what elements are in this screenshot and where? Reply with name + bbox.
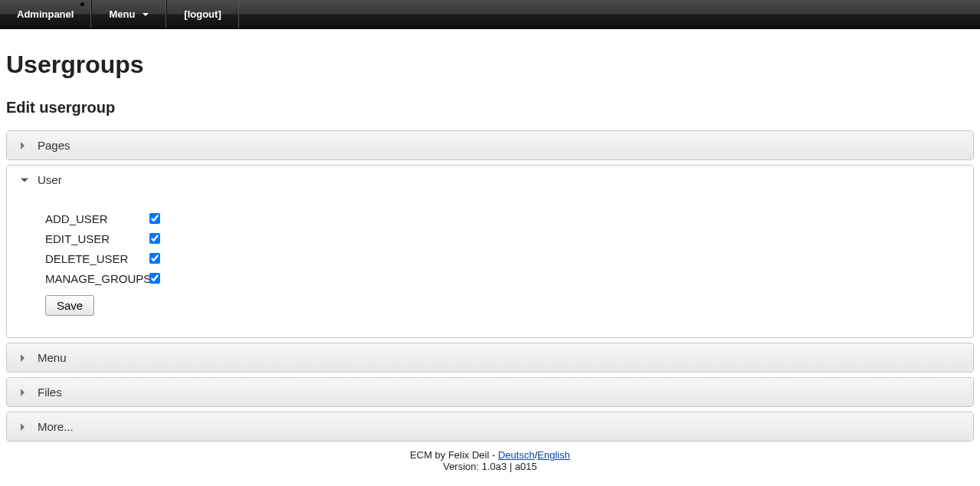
accordion-section-user: User ADD_USEREDIT_USERDELETE_USERMANAGE_…	[6, 165, 974, 338]
nav-adminpanel[interactable]: Adminpanel	[0, 0, 91, 28]
accordion-header-more[interactable]: More...	[7, 412, 973, 441]
footer-lang-de[interactable]: Deutsch	[498, 449, 535, 461]
nav-menu-label: Menu	[109, 8, 135, 20]
permission-checkbox[interactable]	[149, 273, 160, 284]
dot-indicator-icon	[80, 2, 84, 6]
nav-adminpanel-label: Adminpanel	[17, 8, 74, 20]
nav-logout[interactable]: [logout]	[166, 0, 238, 28]
accordion-section-files: Files	[6, 377, 974, 407]
nav-logout-label: [logout]	[184, 8, 221, 20]
accordion-label-pages: Pages	[38, 139, 70, 152]
footer-version: Version: 1.0a3 | a015	[6, 461, 974, 472]
permission-checkbox[interactable]	[149, 213, 160, 224]
nav-menu[interactable]: Menu	[91, 0, 166, 28]
caret-down-icon	[143, 13, 149, 16]
permission-row: DELETE_USER	[45, 251, 942, 266]
page-subtitle: Edit usergroup	[6, 99, 974, 117]
chevron-right-icon	[21, 423, 25, 431]
page-title: Usergroups	[6, 51, 974, 79]
footer: ECM by Felix Deil - Deutsch/English Vers…	[6, 446, 974, 481]
accordion-label-menu: Menu	[38, 351, 67, 364]
permission-label: MANAGE_GROUPS	[45, 272, 146, 285]
permissions-accordion: Pages User ADD_USEREDIT_USERDELETE_USERM…	[6, 130, 974, 442]
accordion-header-menu[interactable]: Menu	[7, 343, 973, 372]
chevron-right-icon	[21, 354, 25, 362]
top-navbar: Adminpanel Menu [logout]	[0, 0, 980, 29]
accordion-label-user: User	[38, 173, 62, 186]
chevron-down-icon	[21, 178, 28, 182]
footer-lang-en[interactable]: English	[537, 449, 570, 461]
permission-row: EDIT_USER	[45, 231, 942, 246]
permission-row: ADD_USER	[45, 211, 942, 226]
accordion-header-pages[interactable]: Pages	[7, 131, 973, 159]
accordion-section-menu: Menu	[6, 343, 974, 373]
accordion-header-files[interactable]: Files	[7, 378, 973, 406]
permission-row: MANAGE_GROUPS	[45, 271, 942, 286]
permission-label: EDIT_USER	[45, 232, 146, 245]
accordion-header-user[interactable]: User	[7, 166, 973, 194]
permission-checkbox[interactable]	[149, 233, 160, 244]
chevron-right-icon	[21, 389, 25, 396]
permission-checkbox[interactable]	[149, 253, 160, 264]
accordion-section-more: More...	[6, 412, 974, 442]
save-button[interactable]: Save	[45, 295, 94, 316]
accordion-body-user: ADD_USEREDIT_USERDELETE_USERMANAGE_GROUP…	[7, 194, 973, 337]
accordion-label-more: More...	[38, 420, 74, 433]
chevron-right-icon	[21, 142, 25, 149]
permission-label: ADD_USER	[45, 212, 146, 225]
accordion-section-pages: Pages	[6, 130, 974, 160]
accordion-label-files: Files	[38, 386, 62, 399]
footer-credit: ECM by Felix Deil -	[410, 449, 498, 461]
permission-label: DELETE_USER	[45, 252, 146, 265]
